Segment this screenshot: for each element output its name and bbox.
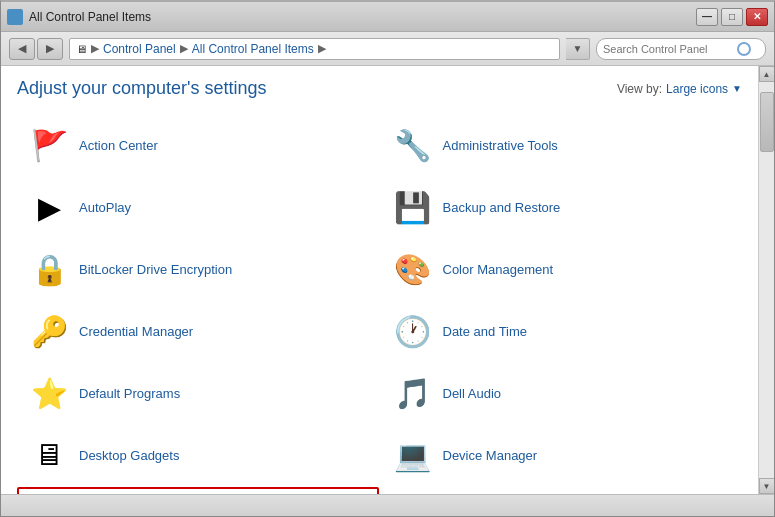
- item-icon-backup-restore: 💾: [393, 187, 433, 227]
- window-icon: [7, 9, 23, 25]
- item-icon-administrative-tools: 🔧: [393, 125, 433, 165]
- content-header: Adjust your computer's settings View by:…: [17, 78, 742, 99]
- control-item-autoplay[interactable]: ▶AutoPlay: [17, 177, 379, 237]
- item-label-action-center: Action Center: [79, 138, 158, 153]
- window-title: All Control Panel Items: [29, 10, 151, 24]
- address-bar: ◀ ▶ 🖥 ▶ Control Panel ▶ All Control Pane…: [1, 32, 774, 66]
- scroll-up-button[interactable]: ▲: [759, 66, 775, 82]
- item-icon-credential-manager: 🔑: [29, 311, 69, 351]
- main-content: Adjust your computer's settings View by:…: [1, 66, 774, 494]
- path-item-control-panel[interactable]: Control Panel: [103, 42, 176, 56]
- content-area: Adjust your computer's settings View by:…: [1, 66, 758, 494]
- item-label-date-time: Date and Time: [443, 324, 528, 339]
- item-icon-color-management: 🎨: [393, 249, 433, 289]
- control-item-date-time[interactable]: 🕐Date and Time: [381, 301, 743, 361]
- item-label-autoplay: AutoPlay: [79, 200, 131, 215]
- path-separator-3: ▶: [318, 42, 326, 55]
- path-separator-2: ▶: [180, 42, 188, 55]
- item-label-dell-audio: Dell Audio: [443, 386, 502, 401]
- search-icon: [737, 42, 751, 56]
- control-item-bitlocker[interactable]: 🔒BitLocker Drive Encryption: [17, 239, 379, 299]
- close-button[interactable]: ✕: [746, 8, 768, 26]
- control-item-backup-restore[interactable]: 💾Backup and Restore: [381, 177, 743, 237]
- forward-button[interactable]: ▶: [37, 38, 63, 60]
- item-icon-action-center: 🚩: [29, 125, 69, 165]
- control-item-default-programs[interactable]: ⭐Default Programs: [17, 363, 379, 423]
- scrollbar[interactable]: ▲ ▼: [758, 66, 774, 494]
- view-by-label: View by:: [617, 82, 662, 96]
- control-item-devices-printers[interactable]: 🖨Devices and Printers: [17, 487, 379, 494]
- control-item-dell-audio[interactable]: 🎵Dell Audio: [381, 363, 743, 423]
- control-item-color-management[interactable]: 🎨Color Management: [381, 239, 743, 299]
- item-icon-default-programs: ⭐: [29, 373, 69, 413]
- scroll-thumb[interactable]: [760, 92, 774, 152]
- item-icon-desktop-gadgets: 🖥: [29, 435, 69, 475]
- view-by-control: View by: Large icons ▼: [617, 82, 742, 96]
- item-icon-dell-audio: 🎵: [393, 373, 433, 413]
- scroll-down-button[interactable]: ▼: [759, 478, 775, 494]
- items-grid: 🚩Action Center🔧Administrative Tools▶Auto…: [17, 115, 742, 494]
- control-panel-window: All Control Panel Items — □ ✕ ◀ ▶ 🖥 ▶ Co…: [0, 0, 775, 517]
- path-item-all-items[interactable]: All Control Panel Items: [192, 42, 314, 56]
- control-item-credential-manager[interactable]: 🔑Credential Manager: [17, 301, 379, 361]
- item-icon-bitlocker: 🔒: [29, 249, 69, 289]
- scroll-track[interactable]: [759, 82, 775, 478]
- minimize-button[interactable]: —: [696, 8, 718, 26]
- item-icon-date-time: 🕐: [393, 311, 433, 351]
- window-controls: — □ ✕: [696, 8, 768, 26]
- control-item-device-manager[interactable]: 💻Device Manager: [381, 425, 743, 485]
- path-dropdown-button[interactable]: ▼: [566, 38, 590, 60]
- item-label-default-programs: Default Programs: [79, 386, 180, 401]
- item-label-device-manager: Device Manager: [443, 448, 538, 463]
- item-label-backup-restore: Backup and Restore: [443, 200, 561, 215]
- page-title: Adjust your computer's settings: [17, 78, 267, 99]
- item-label-administrative-tools: Administrative Tools: [443, 138, 558, 153]
- back-button[interactable]: ◀: [9, 38, 35, 60]
- item-icon-device-manager: 💻: [393, 435, 433, 475]
- address-path[interactable]: 🖥 ▶ Control Panel ▶ All Control Panel It…: [69, 38, 560, 60]
- status-bar: [1, 494, 774, 516]
- item-label-credential-manager: Credential Manager: [79, 324, 193, 339]
- path-icon: 🖥: [76, 43, 87, 55]
- view-by-arrow[interactable]: ▼: [732, 83, 742, 94]
- item-icon-autoplay: ▶: [29, 187, 69, 227]
- control-item-display[interactable]: 🖵Display: [381, 487, 743, 494]
- view-by-value[interactable]: Large icons: [666, 82, 728, 96]
- search-box[interactable]: [596, 38, 766, 60]
- path-separator-1: ▶: [91, 42, 99, 55]
- item-label-bitlocker: BitLocker Drive Encryption: [79, 262, 232, 277]
- search-input[interactable]: [603, 43, 733, 55]
- item-label-color-management: Color Management: [443, 262, 554, 277]
- item-label-desktop-gadgets: Desktop Gadgets: [79, 448, 179, 463]
- control-item-desktop-gadgets[interactable]: 🖥Desktop Gadgets: [17, 425, 379, 485]
- control-item-action-center[interactable]: 🚩Action Center: [17, 115, 379, 175]
- nav-buttons: ◀ ▶: [9, 38, 63, 60]
- title-bar: All Control Panel Items — □ ✕: [1, 2, 774, 32]
- maximize-button[interactable]: □: [721, 8, 743, 26]
- title-bar-left: All Control Panel Items: [7, 9, 151, 25]
- control-item-administrative-tools[interactable]: 🔧Administrative Tools: [381, 115, 743, 175]
